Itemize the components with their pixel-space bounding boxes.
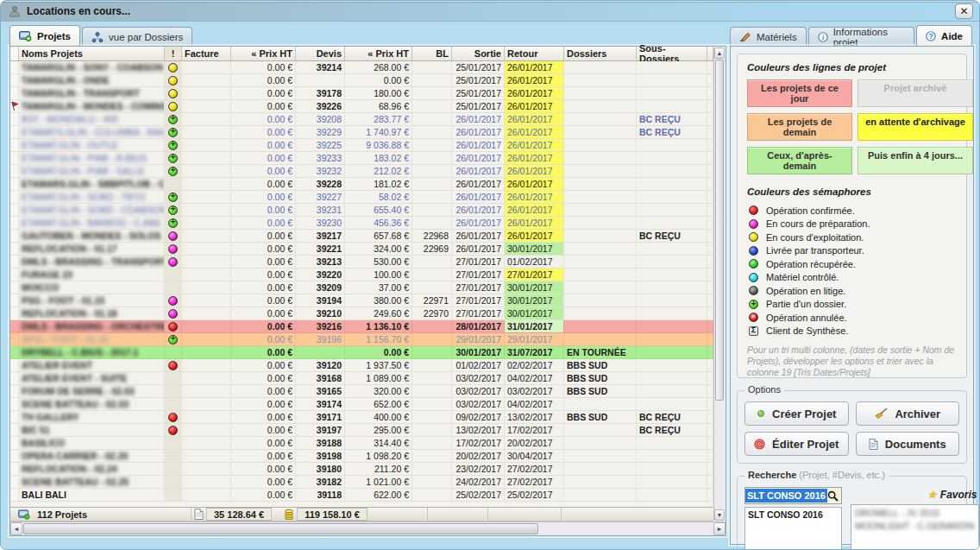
table-row[interactable]: BST - MONDIALU - 4000.00 €39208283.77 €2… bbox=[10, 113, 713, 126]
horizontal-scroll-thumb[interactable] bbox=[23, 523, 538, 534]
table-row[interactable]: DMLS - BRASSING - ORCHESTRE0.00 €392161 … bbox=[10, 320, 713, 333]
projects-grid-icon bbox=[18, 509, 30, 520]
column-header-p2[interactable]: « Prix HT bbox=[345, 47, 412, 60]
table-row[interactable]: ETAMAT.GLIN - PIAB - SALLE0.00 €39232212… bbox=[10, 165, 713, 178]
scroll-down-button[interactable]: ▼ bbox=[714, 509, 725, 521]
column-header-fact[interactable]: Facture bbox=[182, 47, 231, 60]
red-flag-icon bbox=[10, 101, 19, 111]
column-header-p1[interactable]: « Prix HT bbox=[231, 47, 296, 60]
scroll-right-button[interactable]: ► bbox=[713, 522, 726, 535]
semaphore-magenta-icon bbox=[749, 219, 758, 229]
sous-dossiers-cell bbox=[637, 256, 707, 269]
table-row[interactable]: REFLOCATION - 01.170.00 €39221324.00 €22… bbox=[10, 243, 713, 256]
table-row[interactable]: ETAMAT.GLIN - SOBD - COABSON0.00 €392316… bbox=[10, 204, 713, 217]
legend-chip[interactable]: Les projets de demain bbox=[747, 113, 852, 141]
scroll-left-button[interactable]: ◄ bbox=[10, 522, 22, 535]
sortie-cell: 27/01/2017 bbox=[452, 294, 505, 307]
tab-materiels[interactable]: Matériels bbox=[730, 27, 807, 46]
scroll-up-button[interactable]: ▲ bbox=[714, 47, 725, 59]
table-row[interactable]: TAMARGLIN - TRANSPORT0.00 €39178180.00 €… bbox=[10, 87, 713, 100]
table-row[interactable]: TH GALLERY0.00 €39171400.00 €09/02/20171… bbox=[10, 411, 713, 424]
legend-chip[interactable]: Les projets de ce jour bbox=[747, 79, 852, 107]
favoris-item[interactable]: MOONLIGHT - C.GERARDIN bbox=[855, 521, 975, 531]
table-row[interactable]: SCENE BATTEAU - 02.030.00 €39174652.00 €… bbox=[10, 398, 713, 411]
table-row[interactable]: OPERA CARRIER - 02.200.00 €391981 098.20… bbox=[10, 450, 713, 463]
table-row[interactable]: SCENE BATTEAU - 02.250.00 €391821 021.00… bbox=[10, 476, 713, 489]
edit-project-button[interactable]: Éditer Projet bbox=[744, 432, 849, 456]
dossiers-cell bbox=[564, 320, 637, 333]
locations-window: Locations en cours... ✕ Projets bbox=[0, 0, 980, 550]
tab-informations-projet[interactable]: i Informations projet bbox=[808, 27, 914, 46]
table-row[interactable]: TAMARGLIN - SONY - COABSON0.00 €39214268… bbox=[10, 61, 713, 74]
column-header-gut[interactable] bbox=[10, 47, 19, 60]
bl-cell bbox=[412, 165, 452, 178]
prix-ht2-cell: 320.00 € bbox=[345, 385, 412, 398]
legend-chip[interactable]: Ceux, d'après-demain bbox=[747, 147, 852, 174]
table-row[interactable]: ETAMAT.GLIN - OUTLE0.00 €392259 036.88 €… bbox=[10, 139, 713, 152]
sortie-cell: 17/02/2017 bbox=[452, 437, 505, 450]
table-row[interactable]: SPSL - FOOT - 01.150.00 €391961 156.70 €… bbox=[10, 333, 713, 346]
bl-cell: 22968 bbox=[412, 230, 452, 243]
create-project-button[interactable]: Créer Projet bbox=[744, 401, 849, 426]
bl-cell bbox=[412, 411, 452, 424]
tab-projets[interactable]: Projets bbox=[9, 25, 80, 46]
legend-chip[interactable]: en attente d'archivage bbox=[858, 113, 973, 141]
table-row[interactable]: ETAMARS.GLIN - SBBPITLOB - C.BL0.00 €392… bbox=[10, 178, 713, 191]
project-name-cell: ETAMAT.GLIN - BARBOD - C.ABE bbox=[19, 217, 165, 230]
table-row[interactable]: PSG - FOOT - 01.150.00 €39194380.00 €229… bbox=[10, 294, 713, 307]
table-row[interactable]: FORUM DE SERRE - 02.030.00 €39165320.00 … bbox=[10, 385, 713, 398]
facture-cell bbox=[182, 463, 231, 476]
prix-ht-cell: 0.00 € bbox=[231, 74, 296, 87]
search-results-list[interactable]: SLT CONSO 2016 bbox=[744, 507, 842, 550]
table-row[interactable]: ETAMAT.GLIN - BARBOD - C.ABE0.00 €392304… bbox=[10, 217, 713, 230]
table-row[interactable]: TAMARGLIN - MONDES - COMINS0.00 €3922668… bbox=[10, 100, 713, 113]
table-row[interactable]: REFLOCATION - 01.180.00 €39210249.60 €22… bbox=[10, 307, 713, 320]
table-row[interactable]: ETAMATS.GLIN - COLUMBA - RAIL0.00 €39229… bbox=[10, 126, 713, 139]
column-header-sor[interactable]: Sortie bbox=[452, 47, 505, 60]
tab-aide[interactable]: ? Aide bbox=[916, 25, 972, 46]
vertical-scroll-thumb[interactable] bbox=[715, 60, 724, 401]
table-row[interactable]: DMLS - BRASSING - TRANSPORT0.00 €3921353… bbox=[10, 256, 713, 269]
line-color-legend: Les projets de ce jourProjet archivéLes … bbox=[747, 79, 957, 174]
table-row[interactable]: ETAMAT.GLIN - PIAB - R.BIUS0.00 €3923318… bbox=[10, 152, 713, 165]
column-header-sous[interactable]: Sous-Dossiers bbox=[637, 47, 707, 60]
table-row[interactable]: BASILICO0.00 €39188314.40 €17/02/201720/… bbox=[10, 437, 713, 450]
column-header-dev[interactable]: Devis bbox=[296, 47, 345, 60]
archive-button[interactable]: Archiver bbox=[856, 401, 960, 426]
column-header-bl[interactable]: BL bbox=[412, 47, 452, 60]
sortie-cell: 25/01/2017 bbox=[452, 61, 505, 74]
table-row[interactable]: MOICCO0.00 €3920937.00 €27/01/201730/01/… bbox=[10, 281, 713, 294]
table-row[interactable]: BIC 510.00 €39197295.00 €13/02/201717/02… bbox=[10, 424, 713, 437]
table-row[interactable]: ATELIER EVENT0.00 €391201 937.50 €01/02/… bbox=[10, 359, 713, 372]
table-row[interactable]: ATELIER EVENT - SUITE0.00 €391681 089.00… bbox=[10, 372, 713, 385]
table-row[interactable]: TAMARGLIN - ONDE0.00 €0.00 €25/01/201726… bbox=[10, 74, 713, 87]
horizontal-scrollbar[interactable]: ◄ ► bbox=[10, 522, 726, 535]
documents-button[interactable]: Documents bbox=[856, 432, 960, 456]
table-row[interactable]: GAUTOBEN - MONDES - SOLOS0.00 €39217657.… bbox=[10, 230, 713, 243]
legend-chip[interactable]: Puis enfin à 4 jours... bbox=[858, 147, 973, 174]
table-row[interactable]: ETAMAT.GLIN - SOBD - TBTO0.00 €3922758.0… bbox=[10, 191, 713, 204]
facture-cell bbox=[182, 424, 231, 437]
favoris-item[interactable]: DROMELL - JV 2015 bbox=[855, 508, 975, 518]
tab-vue-par-dossiers[interactable]: vue par Dossiers bbox=[82, 27, 192, 46]
close-button[interactable]: ✕ bbox=[955, 3, 973, 19]
search-icon[interactable] bbox=[827, 490, 839, 502]
table-row[interactable]: FURAGE 230.00 €39220100.00 €27/01/201727… bbox=[10, 269, 713, 281]
column-header-sem[interactable]: ! bbox=[165, 47, 182, 60]
column-header-ret[interactable]: Retour bbox=[505, 47, 564, 60]
sortie-cell: 26/01/2017 bbox=[452, 165, 505, 178]
column-header-name[interactable]: Noms Projets bbox=[19, 47, 165, 60]
table-row[interactable]: DRYBELL - C.BIUS - 2017.10.00 €0.00 €30/… bbox=[10, 346, 713, 359]
favoris-list[interactable]: DROMELL - JV 2015MOONLIGHT - C.GERARDIN bbox=[851, 504, 979, 550]
column-header-dos[interactable]: Dossiers bbox=[564, 47, 637, 60]
sous-dossiers-cell bbox=[637, 217, 707, 230]
legend-chip[interactable]: Projet archivé bbox=[858, 79, 973, 107]
table-row[interactable]: BALI BALI0.00 €39118622.00 €25/02/201725… bbox=[10, 489, 713, 502]
semaphore-legend-item: Opération confirmée. bbox=[749, 204, 957, 218]
table-row[interactable]: REFLOCATION - 02.240.00 €39180211.20 €23… bbox=[10, 463, 713, 476]
search-input[interactable]: SLT CONSO 2016 bbox=[744, 487, 842, 504]
row-gutter bbox=[10, 256, 19, 269]
semaphore-cell bbox=[165, 359, 182, 372]
search-result-item[interactable]: SLT CONSO 2016 bbox=[748, 509, 839, 520]
vertical-scrollbar[interactable]: ▲ ▼ bbox=[713, 47, 725, 521]
